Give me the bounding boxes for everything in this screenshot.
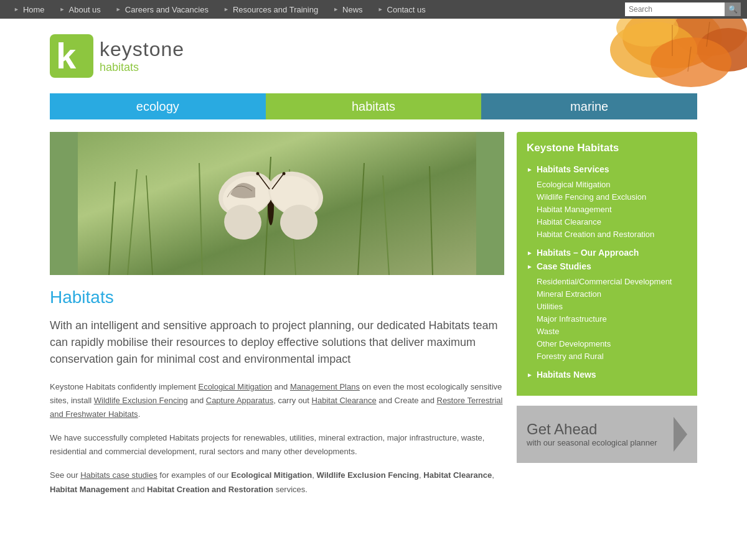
logo-icon: k bbox=[50, 34, 93, 78]
link-major-infrastructure[interactable]: Major Infrastructure bbox=[537, 314, 607, 324]
link-other-developments[interactable]: Other Developments bbox=[537, 339, 611, 348]
nav-arrow: ► bbox=[223, 6, 229, 12]
link-waste[interactable]: Waste bbox=[537, 327, 559, 336]
get-ahead-arrow-icon bbox=[674, 417, 687, 452]
tab-habitats[interactable]: habitats bbox=[266, 93, 482, 119]
link-ecological-mitigation-sidebar[interactable]: Ecological Mitigation bbox=[537, 180, 611, 189]
link-management-plans[interactable]: Management Plans bbox=[290, 382, 360, 391]
logo[interactable]: k keystone habitats bbox=[50, 34, 184, 78]
content-area: Habitats With an intelligent and sensiti… bbox=[50, 132, 504, 506]
nav-home-label: Home bbox=[23, 5, 45, 14]
habitats-services-links: Ecological Mitigation Wildlife Fencing a… bbox=[527, 178, 687, 240]
svg-text:k: k bbox=[56, 35, 77, 76]
nav-arrow: ► bbox=[378, 6, 383, 12]
nav-items: ► Home ► About us ► Careers and Vacancie… bbox=[6, 5, 625, 14]
section-arrow-icon: ► bbox=[527, 166, 533, 173]
section-our-approach-label: Habitats – Our Approach bbox=[537, 248, 639, 258]
svg-point-32 bbox=[283, 172, 286, 175]
nav-contact[interactable]: ► Contact us bbox=[370, 5, 433, 14]
link-habitat-clearance-sidebar[interactable]: Habitat Clearance bbox=[537, 217, 601, 226]
tab-ecology-label: ecology bbox=[136, 100, 179, 114]
lead-paragraph: With an intelligent and sensitive approa… bbox=[50, 317, 504, 368]
case-studies-links: Residential/Commercial Development Miner… bbox=[527, 275, 687, 362]
tab-ecology[interactable]: ecology bbox=[50, 93, 266, 119]
hero-butterfly-image bbox=[50, 132, 504, 275]
search-button[interactable]: 🔍 bbox=[725, 2, 741, 16]
link-residential-dev[interactable]: Residential/Commercial Development bbox=[537, 277, 672, 286]
nav-careers-label: Careers and Vacancies bbox=[125, 5, 209, 14]
get-ahead-subtitle: with our seasonal ecological planner bbox=[527, 438, 667, 447]
sidebar-section-our-approach[interactable]: ► Habitats – Our Approach bbox=[527, 248, 687, 258]
nav-about-label: About us bbox=[69, 5, 101, 14]
top-navigation: ► Home ► About us ► Careers and Vacancie… bbox=[0, 0, 747, 19]
nav-about[interactable]: ► About us bbox=[52, 5, 108, 14]
link-forestry-rural[interactable]: Forestry and Rural bbox=[537, 352, 604, 361]
get-ahead-banner[interactable]: Get Ahead with our seasonal ecological p… bbox=[517, 406, 697, 463]
section-habitats-news-label: Habitats News bbox=[537, 370, 596, 380]
header: k keystone habitats bbox=[0, 19, 747, 93]
leaves-svg bbox=[548, 19, 747, 93]
tab-marine[interactable]: marine bbox=[481, 93, 697, 119]
header-leaves-decoration bbox=[548, 19, 747, 93]
page-title: Habitats bbox=[50, 287, 504, 307]
hero-image bbox=[50, 132, 504, 275]
link-habitat-creation-sidebar[interactable]: Habitat Creation and Restoration bbox=[537, 230, 654, 239]
section-arrow-icon-4: ► bbox=[527, 371, 533, 378]
search-box: 🔍 bbox=[625, 2, 741, 16]
link-habitat-management-sidebar[interactable]: Habitat Management bbox=[537, 205, 612, 214]
link-case-studies[interactable]: Habitats case studies bbox=[80, 470, 157, 480]
main-tabs: ecology habitats marine bbox=[50, 93, 697, 119]
sidebar-panel: Keystone Habitats ► Habitats Services Ec… bbox=[517, 132, 697, 396]
nav-news-label: News bbox=[342, 5, 363, 14]
link-wildlife-fencing-sidebar[interactable]: Wildlife Fencing and Exclusion bbox=[537, 192, 646, 202]
logo-name: keystone bbox=[100, 38, 184, 61]
link-capture-apparatus[interactable]: Capture Apparatus bbox=[206, 396, 273, 405]
nav-arrow: ► bbox=[60, 6, 65, 12]
link-mineral-extraction[interactable]: Mineral Extraction bbox=[537, 289, 601, 299]
link-utilities[interactable]: Utilities bbox=[537, 302, 563, 311]
section-habitats-services-label: Habitats Services bbox=[537, 164, 609, 174]
get-ahead-text: Get Ahead with our seasonal ecological p… bbox=[527, 421, 667, 447]
main-content: Habitats With an intelligent and sensiti… bbox=[50, 132, 697, 506]
nav-news[interactable]: ► News bbox=[326, 5, 370, 14]
link-wildlife-fencing[interactable]: Wildlife Exclusion Fencing bbox=[94, 396, 188, 405]
svg-point-6 bbox=[651, 37, 731, 87]
nav-arrow: ► bbox=[14, 6, 19, 12]
tab-marine-label: marine bbox=[570, 100, 608, 114]
nav-careers[interactable]: ► Careers and Vacancies bbox=[108, 5, 216, 14]
sidebar-section-habitats-services[interactable]: ► Habitats Services bbox=[527, 164, 687, 174]
body-paragraph-2: We have successfully completed Habitats … bbox=[50, 431, 504, 459]
section-case-studies-label: Case Studies bbox=[537, 261, 591, 271]
body-paragraph-3: See our Habitats case studies for exampl… bbox=[50, 469, 504, 496]
section-arrow-icon-2: ► bbox=[527, 250, 533, 256]
nav-arrow: ► bbox=[116, 6, 121, 12]
link-habitat-clearance[interactable]: Habitat Clearance bbox=[312, 396, 377, 405]
nav-home[interactable]: ► Home bbox=[6, 5, 52, 14]
get-ahead-title: Get Ahead bbox=[527, 421, 667, 437]
search-input[interactable] bbox=[625, 2, 725, 16]
nav-arrow: ► bbox=[333, 6, 339, 12]
sidebar-section-habitats-news[interactable]: ► Habitats News bbox=[527, 370, 687, 380]
logo-text: keystone habitats bbox=[100, 38, 184, 74]
sidebar-section-case-studies[interactable]: ► Case Studies bbox=[527, 261, 687, 271]
nav-resources-label: Resources and Training bbox=[233, 5, 318, 14]
body-paragraph-1: Keystone Habitats confidently implement … bbox=[50, 380, 504, 421]
nav-contact-label: Contact us bbox=[387, 5, 426, 14]
link-ecological-mitigation[interactable]: Ecological Mitigation bbox=[198, 382, 272, 391]
sidebar-title: Keystone Habitats bbox=[527, 142, 687, 154]
svg-point-30 bbox=[256, 172, 260, 175]
tab-habitats-label: habitats bbox=[352, 100, 395, 114]
section-arrow-icon-3: ► bbox=[527, 263, 533, 270]
nav-resources[interactable]: ► Resources and Training bbox=[216, 5, 326, 14]
sidebar: Keystone Habitats ► Habitats Services Ec… bbox=[517, 132, 697, 506]
logo-subtitle: habitats bbox=[100, 61, 184, 74]
